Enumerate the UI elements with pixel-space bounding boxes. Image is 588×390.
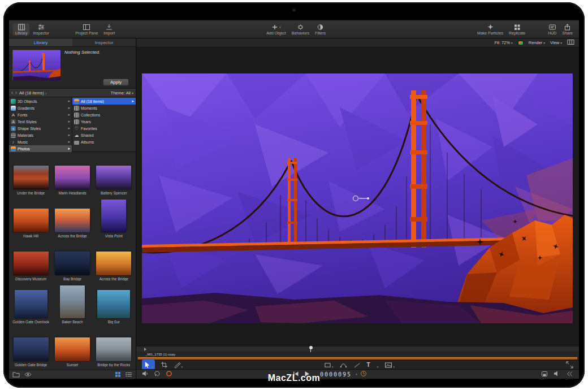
photo-item[interactable]: Bridge by the Rocks — [93, 326, 135, 369]
forward-icon[interactable] — [15, 90, 17, 95]
collection-item-moments[interactable]: Moments — [72, 105, 136, 111]
crop-tool[interactable] — [161, 361, 168, 369]
disclosure-triangle-icon — [68, 99, 70, 103]
photo-item[interactable]: Across the Bridge — [51, 197, 93, 240]
rectangle-tool[interactable] — [324, 360, 334, 370]
hud-button[interactable]: HUD — [545, 23, 559, 36]
project-pane-button[interactable]: Project Pane — [72, 23, 101, 36]
collections-icon — [74, 112, 79, 118]
photo-item[interactable]: Baker Beach — [51, 283, 93, 326]
photo-thumbnail — [101, 200, 126, 232]
tab-inspector[interactable]: Inspector — [72, 38, 136, 46]
fullscreen-icon[interactable] — [566, 361, 573, 369]
collection-item-all[interactable]: All (18 items) — [72, 98, 136, 105]
disclosure-triangle-icon — [68, 112, 70, 117]
disclosure-triangle-icon — [68, 119, 70, 124]
sidebar-item-fonts[interactable]: Fonts — [9, 111, 72, 118]
project-pane-icon — [83, 23, 90, 31]
view-menu[interactable]: View — [550, 40, 562, 45]
channels-swatch-icon[interactable] — [518, 41, 524, 45]
sidebar-item-gradients[interactable]: Gradients — [9, 105, 72, 111]
playhead[interactable] — [310, 346, 311, 352]
canvas-toolbar — [136, 360, 579, 369]
collection-column: All (18 items) Moments Collections Years… — [72, 97, 136, 151]
photo-label: Golden Gate Bridge — [15, 363, 47, 367]
timeline-clip-row: _MG_1735 (1) copy — [136, 352, 579, 360]
apply-button[interactable]: Apply — [103, 79, 129, 86]
photo-item[interactable]: Bay Bridge — [51, 240, 93, 283]
canvas-area: Fit: 72% Render View — [136, 38, 579, 379]
sidebar-item-materials[interactable]: Materials — [9, 132, 72, 138]
collection-item-years[interactable]: Years — [72, 118, 136, 125]
collection-item-collections[interactable]: Collections — [72, 111, 136, 118]
filters-button[interactable]: Filters — [312, 23, 328, 36]
line-tool[interactable] — [353, 362, 361, 369]
cloud-icon — [74, 133, 79, 138]
canvas-image[interactable] — [142, 73, 573, 323]
photo-thumbnail — [14, 337, 49, 361]
collection-item-albums[interactable]: Albums — [72, 138, 136, 145]
photo-item[interactable]: Battery Spencer — [93, 154, 135, 197]
canvas-viewport[interactable] — [136, 47, 579, 346]
sidebar-item-text-styles[interactable]: Text Styles — [9, 118, 72, 125]
text-tool[interactable] — [367, 362, 370, 368]
photo-item[interactable]: Big Sur — [93, 283, 135, 326]
materials-icon — [11, 133, 16, 138]
behaviors-icon — [297, 23, 304, 31]
replicate-button[interactable]: Replicate — [506, 23, 528, 36]
moments-icon — [74, 106, 79, 111]
timeline-ruler[interactable] — [136, 346, 579, 352]
library-button[interactable]: Library — [12, 23, 30, 36]
motion-app-window: Library Inspector Project Pane Import — [9, 20, 579, 379]
sidebar-item-3d-objects[interactable]: 3D Objects — [9, 98, 72, 105]
photo-item[interactable]: Hawk Hill — [10, 197, 51, 240]
photo-item[interactable]: Vista Point — [93, 197, 135, 240]
add-object-icon: ▾ — [271, 23, 281, 31]
panel-tab-bar: Library Inspector — [9, 38, 136, 47]
library-lists: 3D Objects Gradients Fonts Text Styles S… — [9, 97, 136, 152]
image-tool[interactable] — [384, 360, 395, 370]
photo-label: Sunset — [67, 363, 78, 367]
photo-item[interactable]: Sunset — [51, 326, 93, 369]
photo-item[interactable]: Across the Bridge — [93, 240, 135, 283]
hud-button-label: HUD — [548, 31, 556, 35]
sidebar-item-shape-styles[interactable]: Shape Styles — [9, 125, 72, 132]
collection-label: Moments — [81, 106, 97, 110]
photo-thumbnail — [97, 290, 130, 318]
add-object-button-label: Add Object — [266, 31, 286, 35]
collection-item-favorites[interactable]: Favorites — [72, 125, 136, 132]
pen-tool[interactable] — [174, 360, 183, 370]
photo-item[interactable]: Golden Gate Bridge — [10, 326, 51, 369]
library-button-label: Library — [15, 31, 27, 35]
tab-library[interactable]: Library — [9, 38, 72, 46]
sidebar-item-photos[interactable]: Photos — [9, 145, 72, 152]
collection-label: Favorites — [81, 127, 97, 131]
collection-label: Collections — [81, 113, 100, 117]
make-particles-button[interactable]: Make Particles — [474, 23, 506, 36]
theme-selector[interactable]: Theme: All — [111, 90, 133, 96]
behaviors-button[interactable]: Behaviors — [289, 23, 312, 36]
scope-selector[interactable]: All (18 items) — [19, 90, 47, 96]
back-icon[interactable] — [11, 90, 13, 95]
sidebar-item-music[interactable]: Music — [9, 138, 72, 145]
import-button[interactable]: Import — [101, 23, 118, 36]
ruler-start-icon — [144, 348, 146, 351]
photo-item[interactable]: Marin Headlands — [51, 154, 93, 197]
add-object-button[interactable]: ▾ Add Object — [263, 23, 289, 36]
disclosure-triangle-icon — [68, 126, 70, 131]
render-menu[interactable]: Render — [529, 40, 545, 45]
photo-thumbnail — [14, 209, 49, 232]
bezier-tool[interactable] — [340, 362, 347, 369]
photo-item[interactable]: Under the Bridge — [10, 154, 51, 197]
cube-icon — [11, 99, 16, 104]
inspector-button[interactable]: Inspector — [30, 23, 52, 36]
layout-icon[interactable] — [567, 39, 574, 46]
watermark: MacZL.com — [0, 373, 588, 383]
fit-zoom-selector[interactable]: Fit: 72% — [494, 40, 512, 45]
collection-item-shared[interactable]: Shared — [72, 132, 136, 138]
photo-item[interactable]: Discovery Museum — [10, 240, 51, 283]
photo-item[interactable]: Golden Gate Overlook — [10, 283, 51, 326]
category-label: Materials — [18, 133, 33, 137]
disclosure-triangle-icon — [132, 99, 134, 103]
share-button[interactable]: Share — [559, 23, 576, 36]
